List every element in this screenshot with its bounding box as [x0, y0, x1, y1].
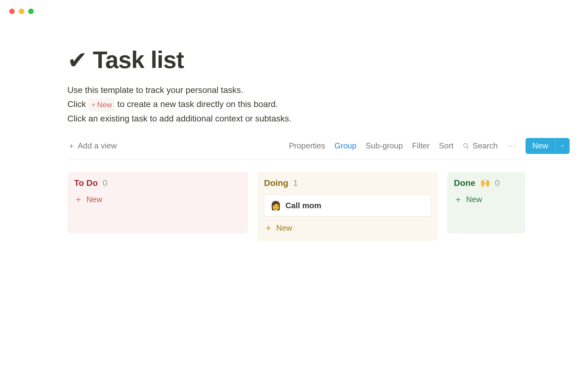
description-text: Click: [67, 99, 88, 109]
sub-group-button[interactable]: Sub-group: [366, 141, 403, 151]
group-button[interactable]: Group: [334, 141, 356, 151]
column-title: Done: [454, 178, 475, 188]
database-toolbar: ＋ Add a view Properties Group Sub-group …: [67, 138, 570, 160]
kanban-board: To Do0＋NewDoing1👩Call mom＋NewDone🙌0＋New: [67, 172, 570, 241]
column-header-done[interactable]: Done🙌0: [454, 178, 518, 188]
add-task-label: New: [86, 195, 102, 204]
filter-button[interactable]: Filter: [412, 141, 430, 151]
add-task-label: New: [466, 195, 482, 204]
add-task-label: New: [276, 223, 292, 233]
column-title: To Do: [74, 178, 98, 188]
column-todo: To Do0＋New: [67, 172, 248, 233]
description-line-2: Click + New to create a new task directl…: [67, 97, 570, 111]
column-done: Done🙌0＋New: [447, 172, 525, 233]
description-text: to create a new task directly on this bo…: [117, 99, 278, 109]
window-minimize-button[interactable]: [19, 9, 24, 14]
column-title: Doing: [264, 178, 288, 188]
new-button[interactable]: New: [526, 138, 555, 154]
page-icon[interactable]: ✔: [67, 48, 87, 72]
column-count: 0: [495, 178, 500, 188]
search-label: Search: [473, 141, 498, 151]
chevron-down-icon: [560, 143, 565, 149]
column-count: 0: [103, 178, 107, 188]
plus-icon: ＋: [74, 195, 83, 204]
column-emoji: 🙌: [480, 178, 490, 188]
inline-new-chip: + New: [88, 98, 115, 112]
add-task-button-todo[interactable]: ＋New: [74, 195, 102, 204]
page-description: Use this template to track your personal…: [67, 83, 570, 126]
description-line-3: Click an existing task to add additional…: [67, 112, 570, 126]
description-line-1: Use this template to track your personal…: [67, 83, 570, 97]
inline-new-chip-label: New: [97, 99, 112, 111]
new-split-button: New: [526, 138, 570, 154]
more-options-button[interactable]: ···: [507, 141, 516, 151]
column-doing: Doing1👩Call mom＋New: [257, 172, 438, 241]
plus-icon: +: [91, 102, 95, 108]
card-title: Call mom: [285, 201, 321, 210]
plus-icon: ＋: [264, 224, 273, 232]
plus-icon: ＋: [454, 195, 462, 204]
page-title[interactable]: Task list: [93, 46, 184, 74]
window-traffic-lights: [9, 9, 34, 14]
sort-button[interactable]: Sort: [439, 141, 454, 151]
add-task-button-done[interactable]: ＋New: [454, 195, 482, 204]
add-view-label: Add a view: [78, 141, 117, 151]
column-count: 1: [293, 178, 298, 188]
search-icon: [463, 143, 469, 149]
column-header-doing[interactable]: Doing1: [264, 178, 431, 188]
page-title-row: ✔ Task list: [67, 46, 570, 74]
new-button-dropdown[interactable]: [555, 138, 570, 154]
add-view-button[interactable]: ＋ Add a view: [67, 140, 117, 151]
add-task-button-doing[interactable]: ＋New: [264, 223, 292, 233]
column-header-todo[interactable]: To Do0: [74, 178, 241, 188]
window-close-button[interactable]: [9, 9, 15, 14]
properties-button[interactable]: Properties: [289, 141, 325, 151]
search-button[interactable]: Search: [463, 141, 498, 151]
task-card[interactable]: 👩Call mom: [264, 195, 431, 217]
card-emoji: 👩: [270, 201, 281, 211]
window-zoom-button[interactable]: [28, 9, 34, 14]
plus-icon: ＋: [67, 140, 74, 151]
